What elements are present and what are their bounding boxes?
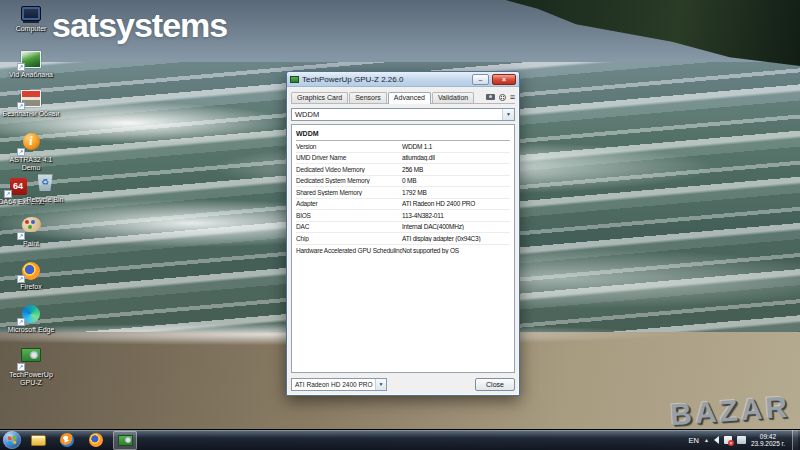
- chevron-down-icon: ▼: [375, 379, 386, 390]
- desktop-icon-astra32[interactable]: ↗ ASTRA32 4.1 Demo: [0, 133, 62, 172]
- tab-sensors[interactable]: Sensors: [349, 92, 387, 103]
- info-ball-icon: [23, 133, 40, 150]
- table-row: Hardware Accelerated GPU Scheduling Not …: [296, 245, 510, 257]
- desktop-icon-photos[interactable]: ↗ Безплатни Обяви: [0, 87, 62, 118]
- computer-icon: [21, 6, 41, 21]
- shortcut-arrow-icon: ↗: [17, 318, 25, 326]
- row-label: DAC: [296, 223, 402, 230]
- tab-strip: Graphics Card Sensors Advanced Validatio…: [291, 90, 515, 104]
- taskbar-media-player-button[interactable]: ▶: [55, 431, 79, 450]
- desktop-icon-label: Vid Анаблана: [0, 71, 62, 79]
- recycle-bin-icon: [38, 173, 53, 191]
- show-desktop-button[interactable]: [792, 430, 798, 450]
- gpuz-window: TechPowerUp GPU-Z 2.26.0 – × Graphics Ca…: [286, 71, 520, 396]
- table-row: Dedicated Video Memory 256 MB: [296, 164, 510, 176]
- desktop-icon-recycle-bin[interactable]: Recycle Bin: [22, 173, 68, 204]
- table-row: Version WDDM 1.1: [296, 141, 510, 153]
- desktop-icon-label: Firefox: [0, 283, 62, 291]
- taskbar-gpuz-button[interactable]: [113, 431, 137, 450]
- show-hidden-icons-button[interactable]: ▲: [704, 437, 709, 443]
- row-value: 113-4N382-011: [402, 212, 510, 219]
- toolbar: ≡: [486, 93, 515, 103]
- tab-graphics-card[interactable]: Graphics Card: [291, 92, 348, 103]
- taskbar-explorer-button[interactable]: [26, 431, 50, 450]
- desktop-icon-computer[interactable]: Computer: [0, 2, 62, 33]
- row-label: Chip: [296, 235, 402, 242]
- firefox-icon: [89, 433, 103, 447]
- table-row: UMD Driver Name atiumdag.dll: [296, 153, 510, 165]
- row-label: Version: [296, 143, 402, 150]
- action-center-icon[interactable]: [724, 436, 732, 444]
- table-row: Chip ATI display adapter (0x94C3): [296, 233, 510, 245]
- table-row: Adapter ATI Radeon HD 2400 PRO: [296, 199, 510, 211]
- row-value: Not supported by OS: [402, 247, 510, 254]
- row-value: atiumdag.dll: [402, 154, 510, 161]
- row-label: Shared System Memory: [296, 189, 402, 196]
- row-label: Dedicated System Memory: [296, 177, 402, 184]
- row-label: UMD Driver Name: [296, 154, 402, 161]
- language-indicator[interactable]: EN: [689, 436, 699, 445]
- desktop-icon-firefox[interactable]: ↗ Firefox: [0, 260, 62, 291]
- desktop-icon-label: Paint: [0, 240, 62, 248]
- close-window-button[interactable]: ×: [492, 74, 516, 85]
- tray-time: 09:42: [760, 433, 776, 440]
- shortcut-arrow-icon: ↗: [17, 148, 25, 156]
- topic-dropdown-value: WDDM: [295, 110, 319, 119]
- desktop-icon-paint[interactable]: ↗ Paint: [0, 217, 62, 248]
- table-row: Dedicated System Memory 0 MB: [296, 176, 510, 188]
- shortcut-arrow-icon: ↗: [17, 232, 25, 240]
- desktop-icon-edge[interactable]: ↗ Microsoft Edge: [0, 303, 62, 334]
- explorer-folder-icon: [31, 435, 46, 446]
- minimize-button[interactable]: –: [472, 74, 489, 85]
- chevron-down-icon: ▼: [502, 109, 514, 120]
- title-bar[interactable]: TechPowerUp GPU-Z 2.26.0 – ×: [287, 72, 519, 87]
- row-value: Internal DAC(400MHz): [402, 223, 510, 230]
- desktop: satsystems BAZAR Computer ↗ Vid Анаблана…: [0, 0, 800, 450]
- volume-icon[interactable]: [714, 436, 719, 444]
- topic-dropdown[interactable]: WDDM ▼: [291, 108, 515, 121]
- desktop-icon-gpuz[interactable]: ↗ TechPowerUp GPU-Z: [0, 348, 62, 387]
- taskbar-clock[interactable]: 09:42 23.9.2025 г.: [751, 433, 787, 447]
- wddm-panel: WDDM Version WDDM 1.1 UMD Driver Name at…: [291, 124, 515, 373]
- gpuz-card-icon: [118, 435, 133, 446]
- desktop-icon-label: ASTRA32 4.1 Demo: [0, 156, 62, 172]
- system-tray: EN ▲ 09:42 23.9.2025 г.: [689, 430, 798, 450]
- menu-icon[interactable]: ≡: [510, 93, 515, 101]
- card-selector-dropdown[interactable]: ATI Radeon HD 2400 PRO ▼: [291, 378, 387, 391]
- shortcut-arrow-icon: ↗: [17, 102, 25, 110]
- taskbar: ▶ EN ▲ 09:42 23.9.2025 г.: [0, 429, 800, 450]
- row-value: ATI display adapter (0x94C3): [402, 235, 510, 242]
- shortcut-arrow-icon: ↗: [17, 63, 25, 71]
- gpuz-card-icon: [21, 348, 41, 362]
- table-row: DAC Internal DAC(400MHz): [296, 222, 510, 234]
- desktop-icon-label: Recycle Bin: [22, 196, 68, 204]
- desktop-icon-label: Microsoft Edge: [0, 326, 62, 334]
- windows-flag-icon: [8, 436, 17, 445]
- paint-palette-icon: [22, 217, 41, 232]
- shortcut-arrow-icon: ↗: [4, 190, 12, 198]
- table-row: BIOS 113-4N382-011: [296, 210, 510, 222]
- screenshot-camera-icon[interactable]: [486, 94, 495, 100]
- table-row: Shared System Memory 1792 MB: [296, 187, 510, 199]
- desktop-icon-label: TechPowerUp GPU-Z: [0, 371, 62, 387]
- desktop-icon-label: Безплатни Обяви: [0, 110, 62, 118]
- row-value: 1792 MB: [402, 189, 510, 196]
- taskbar-firefox-button[interactable]: [84, 431, 108, 450]
- window-title: TechPowerUp GPU-Z 2.26.0: [302, 75, 469, 84]
- settings-gear-icon[interactable]: [499, 94, 506, 101]
- start-button[interactable]: [3, 431, 21, 449]
- row-label: Dedicated Video Memory: [296, 166, 402, 173]
- desktop-icon-label: Computer: [0, 25, 62, 33]
- tab-advanced[interactable]: Advanced: [388, 92, 431, 104]
- tab-validation[interactable]: Validation: [432, 92, 474, 103]
- desktop-icon-vid-album[interactable]: ↗ Vid Анаблана: [0, 48, 62, 79]
- bottom-bar: ATI Radeon HD 2400 PRO ▼ Close: [291, 377, 515, 391]
- close-button[interactable]: Close: [475, 378, 515, 391]
- app-icon: [290, 76, 299, 83]
- network-icon[interactable]: [737, 436, 746, 444]
- row-value: ATI Radeon HD 2400 PRO: [402, 200, 510, 207]
- tray-date: 23.9.2025 г.: [751, 440, 785, 447]
- window-body: Graphics Card Sensors Advanced Validatio…: [287, 87, 519, 395]
- row-label: BIOS: [296, 212, 402, 219]
- card-selector-value: ATI Radeon HD 2400 PRO: [295, 381, 373, 388]
